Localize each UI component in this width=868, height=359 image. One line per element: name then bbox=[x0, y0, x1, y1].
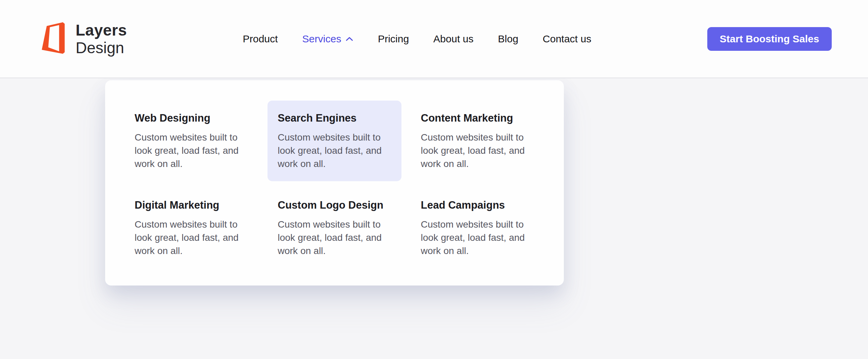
nav-item-product[interactable]: Product bbox=[243, 33, 278, 45]
brand-logo[interactable]: Layers Design bbox=[39, 21, 127, 57]
menu-item-description: Custom websites built to look great, loa… bbox=[135, 218, 248, 257]
menu-item-title: Web Designing bbox=[135, 111, 248, 125]
menu-item-description: Custom websites built to look great, loa… bbox=[278, 218, 391, 257]
menu-item-web-designing[interactable]: Web Designing Custom websites built to l… bbox=[124, 101, 258, 181]
menu-item-title: Lead Campaigns bbox=[421, 198, 534, 212]
menu-item-title: Search Engines bbox=[278, 111, 391, 125]
menu-item-digital-marketing[interactable]: Digital Marketing Custom websites built … bbox=[124, 188, 258, 268]
menu-item-description: Custom websites built to look great, loa… bbox=[278, 131, 391, 170]
layers-logo-icon bbox=[39, 21, 67, 57]
menu-item-description: Custom websites built to look great, loa… bbox=[135, 131, 248, 170]
menu-item-search-engines[interactable]: Search Engines Custom websites built to … bbox=[268, 101, 401, 181]
services-dropdown-panel: Web Designing Custom websites built to l… bbox=[105, 80, 564, 286]
chevron-up-icon bbox=[346, 37, 353, 41]
brand-name-line2: Design bbox=[76, 39, 127, 57]
nav-item-services[interactable]: Services bbox=[302, 33, 353, 45]
menu-item-description: Custom websites built to look great, loa… bbox=[421, 218, 534, 257]
menu-item-lead-campaigns[interactable]: Lead Campaigns Custom websites built to … bbox=[411, 188, 545, 268]
nav-item-services-label: Services bbox=[302, 33, 341, 45]
start-boosting-sales-button[interactable]: Start Boosting Sales bbox=[707, 27, 832, 51]
nav-item-contact-us[interactable]: Contact us bbox=[543, 33, 591, 45]
menu-item-description: Custom websites built to look great, loa… bbox=[421, 131, 534, 170]
services-dropdown-grid: Web Designing Custom websites built to l… bbox=[124, 101, 545, 265]
brand-name: Layers Design bbox=[76, 21, 127, 57]
menu-item-content-marketing[interactable]: Content Marketing Custom websites built … bbox=[411, 101, 545, 181]
site-header: Layers Design Product Services Pricing A… bbox=[0, 0, 868, 78]
menu-item-custom-logo-design[interactable]: Custom Logo Design Custom websites built… bbox=[268, 188, 401, 268]
menu-item-title: Content Marketing bbox=[421, 111, 534, 125]
nav-item-about-us[interactable]: About us bbox=[433, 33, 473, 45]
main-nav: Product Services Pricing About us Blog C… bbox=[243, 33, 591, 45]
menu-item-title: Custom Logo Design bbox=[278, 198, 391, 212]
nav-item-pricing[interactable]: Pricing bbox=[378, 33, 409, 45]
menu-item-title: Digital Marketing bbox=[135, 198, 248, 212]
brand-name-line1: Layers bbox=[76, 21, 127, 39]
nav-item-blog[interactable]: Blog bbox=[498, 33, 518, 45]
